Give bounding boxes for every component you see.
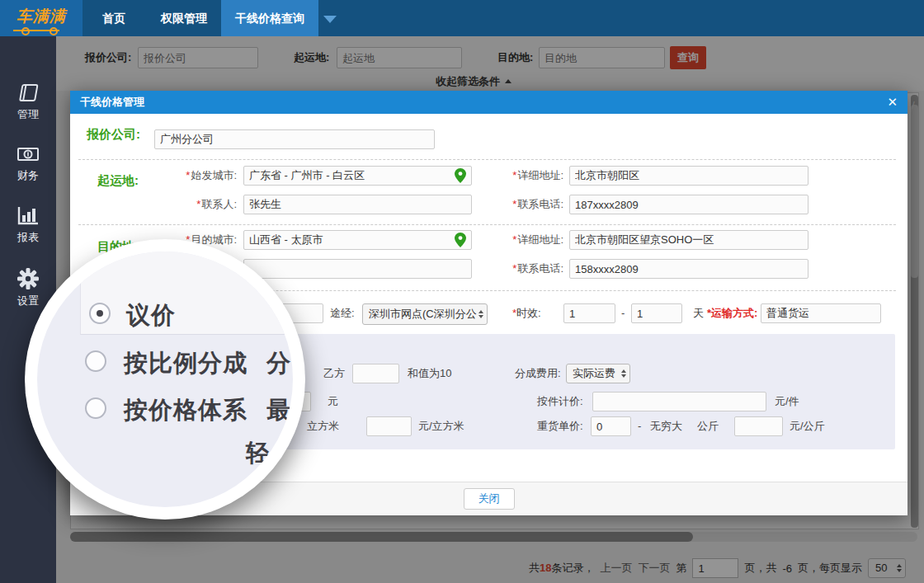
gear-icon — [16, 267, 40, 290]
required-asterisk: * — [512, 233, 516, 246]
label-text: 始发城市: — [191, 169, 237, 181]
kg-unit: 公斤 — [697, 416, 719, 436]
per-cubic-unit: 元/立方米 — [418, 416, 464, 436]
select-spinner-icon — [621, 369, 626, 378]
tab-permissions[interactable]: 权限管理 — [147, 0, 221, 36]
per-piece-unit: 元/件 — [775, 392, 799, 411]
radio-selected-dot — [97, 310, 103, 317]
heavy-dash: - — [638, 416, 641, 436]
modal-header: 干线价格管理 ✕ — [70, 91, 908, 114]
share-fee-label: 分成费用: — [515, 364, 561, 383]
transport-mode-label: *运输方式: — [707, 303, 757, 323]
dest-phone-input[interactable] — [569, 259, 808, 279]
origin-contact-label: *联系人: — [142, 195, 237, 214]
via-select[interactable]: 深圳市网点(C深圳分公 — [362, 303, 488, 325]
radio-ratio-share[interactable] — [85, 350, 106, 372]
share-fee-select[interactable]: 实际运费 — [566, 364, 630, 383]
sidebar-item-label: 报表 — [0, 230, 56, 245]
label-text: 联系电话: — [517, 262, 563, 275]
share-fee-value: 实际运费 — [573, 367, 615, 379]
origin-phone-label: *联系电话: — [477, 195, 563, 214]
sidebar-item-finance[interactable]: 财务 — [0, 143, 56, 183]
sidebar-item-label: 管理 — [0, 107, 56, 122]
divider — [78, 159, 896, 160]
radio-price-system[interactable] — [85, 397, 106, 419]
origin-contact-input[interactable] — [243, 195, 472, 214]
tab-trunk-price-query[interactable]: 干线价格查询 — [221, 0, 318, 36]
app-logo[interactable]: 车满满 — [0, 0, 82, 36]
origin-phone-input[interactable] — [569, 195, 808, 214]
per-kg-unit: 元/公斤 — [790, 416, 825, 436]
location-pin-icon[interactable] — [455, 168, 466, 183]
close-icon[interactable]: ✕ — [887, 91, 898, 114]
dest-address-input[interactable] — [569, 230, 808, 250]
via-label: 途经: — [330, 303, 355, 323]
dest-city-input[interactable] — [243, 230, 472, 250]
required-asterisk: * — [512, 262, 516, 275]
infinity-text: 无穷大 — [650, 416, 682, 436]
top-nav: 车满满 首页 权限管理 干线价格查询 — [0, 0, 924, 36]
per-piece-input[interactable] — [592, 392, 766, 411]
aging-label: *时效: — [512, 303, 541, 323]
book-icon — [16, 82, 40, 104]
logo-wheel-icon — [50, 27, 58, 35]
partial-text-right-2: 最 — [266, 394, 291, 427]
origin-address-input[interactable] — [569, 166, 808, 186]
radio-negotiated-price[interactable] — [89, 303, 111, 324]
chevron-down-icon[interactable] — [323, 16, 337, 23]
party-b-label: 乙方 — [323, 364, 345, 383]
dest-address-label: *详细地址: — [477, 230, 563, 250]
origin-city-label: *始发城市: — [142, 166, 237, 186]
heavy-price-label: 重货单价: — [537, 416, 583, 436]
aging-to-input[interactable] — [631, 303, 682, 323]
label-text: 联系人: — [201, 198, 237, 210]
cubic-label: 立方米 — [307, 416, 339, 436]
per-piece-label: 按件计价: — [537, 392, 583, 411]
partial-text-right-1: 分 — [266, 347, 291, 380]
label-text: 联系电话: — [517, 198, 563, 210]
label-text: 运输方式: — [711, 307, 757, 319]
sidebar-item-manage[interactable]: 管理 — [0, 82, 56, 122]
required-asterisk: * — [186, 169, 190, 181]
label-text: 时效: — [516, 307, 541, 319]
divider — [78, 224, 896, 225]
yuan-unit: 元 — [328, 392, 338, 411]
location-pin-icon[interactable] — [455, 233, 466, 247]
modal-title: 干线价格管理 — [80, 91, 144, 114]
quote-company-label: 报价公司: — [87, 127, 140, 143]
required-asterisk: * — [512, 169, 516, 181]
tab-home[interactable]: 首页 — [89, 0, 139, 36]
required-asterisk: * — [196, 198, 200, 210]
party-b-ratio-input[interactable] — [352, 364, 399, 383]
cubic-price-input[interactable] — [366, 416, 412, 436]
select-spinner-icon — [478, 310, 483, 318]
bar-chart-icon — [16, 205, 40, 227]
required-asterisk: * — [512, 198, 516, 210]
sidebar-item-label: 财务 — [0, 168, 56, 183]
origin-section-label: 起运地: — [97, 173, 139, 189]
dest-phone-label: *联系电话: — [477, 259, 563, 279]
magnifier-content: 议价 按比例分成 分 按价格体系 最 轻 — [37, 252, 293, 507]
aging-unit: 天 — [693, 303, 704, 323]
banknote-icon — [16, 143, 40, 165]
heavy-price-input[interactable] — [734, 416, 783, 436]
via-value: 深圳市网点(C深圳分公 — [369, 308, 477, 320]
label-text: 详细地址: — [517, 169, 563, 181]
heavy-from-input[interactable] — [591, 416, 631, 436]
transport-mode-input[interactable] — [761, 303, 881, 323]
origin-city-input[interactable] — [243, 166, 472, 186]
partial-text-bottom: 轻 — [246, 437, 271, 470]
sidebar-item-reports[interactable]: 报表 — [0, 205, 56, 245]
origin-address-label: *详细地址: — [477, 166, 563, 186]
radio-label-negotiated: 议价 — [126, 299, 176, 332]
dest-contact-input[interactable] — [243, 259, 472, 279]
close-button[interactable]: 关闭 — [464, 488, 515, 510]
radio-label-ratio-share: 按比例分成 — [124, 347, 248, 380]
aging-dash: - — [621, 303, 625, 323]
magnifier-circle: 议价 按比例分成 分 按价格体系 最 轻 — [25, 239, 305, 520]
radio-label-price-system: 按价格体系 — [124, 394, 248, 427]
label-text: 详细地址: — [517, 233, 563, 246]
quote-company-input[interactable] — [154, 129, 435, 149]
aging-from-input[interactable] — [563, 303, 615, 323]
sum-note-text: 和值为10 — [408, 364, 451, 383]
